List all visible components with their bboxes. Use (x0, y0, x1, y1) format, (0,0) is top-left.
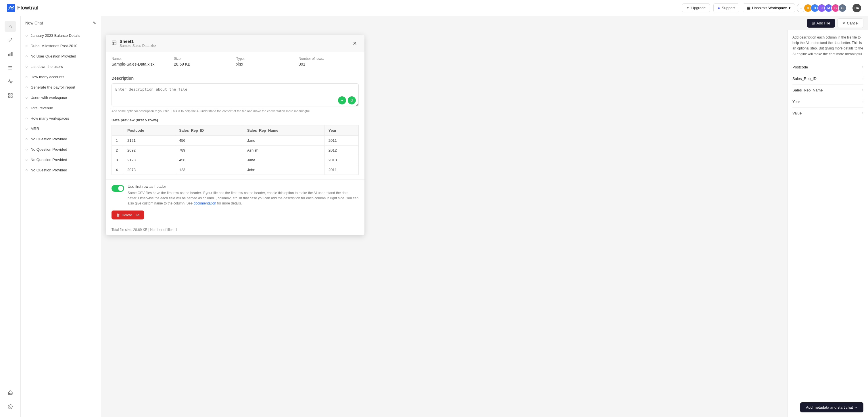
textarea-wrapper: G (112, 83, 359, 107)
support-label: Support (722, 6, 735, 10)
support-button[interactable]: ● Support (713, 3, 739, 12)
footer-text: Total file size: 28.69 KB | Number of fi… (112, 228, 177, 232)
upgrade-button[interactable]: ✦ Upgrade (682, 3, 710, 12)
logo-icon (7, 4, 15, 12)
sidebar-icon-home[interactable]: ⌂ (5, 21, 16, 32)
sidebar-icon-rocket[interactable] (5, 34, 16, 46)
row-number: 3 (112, 155, 123, 165)
file-footer: Total file size: 28.69 KB | Number of fi… (106, 224, 365, 235)
start-chat-button[interactable]: Add metadata and start chat → (800, 402, 863, 412)
chat-list-item[interactable]: ○How many workspaces (21, 113, 101, 123)
chat-item-label: How many accounts (30, 75, 64, 79)
chat-item-label: No User Question Provided (30, 54, 76, 58)
chat-list-item[interactable]: ○No Question Provided (21, 154, 101, 165)
file-type-value: xlsx (236, 62, 296, 66)
column-item[interactable]: Sales_Rep_ID› (793, 73, 863, 85)
description-textarea[interactable] (112, 83, 359, 107)
sheet-icon (112, 40, 117, 47)
sidebar-icon-settings[interactable] (5, 401, 16, 412)
cancel-button[interactable]: ✕ Cancel (837, 19, 863, 28)
sidebar-icon-chart[interactable] (5, 76, 16, 87)
chat-item-label: No Question Provided (30, 158, 67, 162)
delete-file-button[interactable]: 🗑 Delete File (112, 210, 144, 219)
ai-assist-button[interactable] (338, 96, 346, 105)
table-cell: Ashish (243, 146, 324, 155)
column-item[interactable]: Year› (793, 96, 863, 108)
chat-bubble-icon: ○ (25, 64, 28, 69)
chat-bubble-icon: ○ (25, 106, 28, 110)
column-item[interactable]: Postcode› (793, 62, 863, 73)
chat-list-item[interactable]: ○MRR (21, 123, 101, 134)
logo-text: Flowtrail (17, 5, 38, 11)
file-name-group: Name: Sample-Sales-Data.xlsx (112, 57, 172, 66)
chat-list-item[interactable]: ○How many accounts (21, 71, 101, 82)
column-item[interactable]: Value› (793, 108, 863, 119)
column-name: Value (793, 111, 802, 115)
chat-bubble-icon: ○ (25, 43, 28, 48)
col-header-num (112, 125, 123, 136)
chat-list-item[interactable]: ○Total revenue (21, 103, 101, 113)
table-cell: 456 (175, 155, 243, 165)
toggle-switch[interactable] (112, 185, 124, 192)
description-label: Description (112, 76, 359, 81)
chevron-right-icon: › (862, 65, 863, 69)
chat-bubble-icon: ○ (25, 157, 28, 162)
row-number: 2 (112, 146, 123, 155)
workspace-button[interactable]: ▦ Hashim's Workspace ▾ (743, 3, 795, 12)
table-header-row: Postcode Sales_Rep_ID Sales_Rep_Name Yea… (112, 125, 359, 136)
sidebar-icon-analytics[interactable] (5, 48, 16, 60)
file-rows-label: Number of rows: (299, 57, 359, 61)
chat-list-item[interactable]: ○No User Question Provided (21, 51, 101, 61)
chat-list-item[interactable]: ○January 2023 Balance Details (21, 30, 101, 40)
chat-list-item[interactable]: ○No Question Provided (21, 144, 101, 154)
table-cell: 123 (175, 165, 243, 175)
workspace-icon: ▦ (747, 6, 750, 10)
file-rows-value: 391 (299, 62, 359, 66)
sidebar-icon-grid[interactable] (5, 90, 16, 101)
chat-bubble-icon: ○ (25, 147, 28, 152)
svg-point-18 (341, 100, 343, 101)
chat-item-label: Generate the payroll report (30, 85, 75, 89)
svg-point-12 (9, 393, 10, 393)
sheet-title-text: Sheet1 Sample-Sales-Data.xlsx (120, 39, 156, 48)
right-panel-description: Add description each column in the file … (793, 35, 863, 57)
data-preview-section: Data preview (first 5 rows) Postcode Sal… (106, 118, 365, 179)
chat-list-item[interactable]: ○Users with workspace (21, 92, 101, 103)
modal-area: Sheet1 Sample-Sales-Data.xlsx ✕ Name: Sa… (101, 30, 868, 417)
table-body: 12121456Jane201122092789Ashish2012321284… (112, 136, 359, 175)
cancel-icon: ✕ (842, 21, 845, 25)
chat-item-label: Total revenue (30, 106, 53, 110)
new-chat-button[interactable]: New Chat ✎ (21, 16, 101, 30)
right-panel: Add description each column in the file … (787, 30, 868, 417)
chat-list-item[interactable]: ○Dubai Milestones Post-2010 (21, 40, 101, 51)
sidebar-icon-list[interactable] (5, 62, 16, 73)
col-header-postcode: Postcode (123, 125, 175, 136)
chat-list-item[interactable]: ○List down the users (21, 61, 101, 71)
chevron-right-icon: › (862, 111, 863, 115)
svg-rect-11 (8, 392, 12, 394)
edit-icon: ✎ (93, 21, 96, 25)
chat-list-item[interactable]: ○Generate the payroll report (21, 82, 101, 92)
table-cell: Jane (243, 155, 324, 165)
chat-bubble-icon: ○ (25, 116, 28, 120)
chat-item-label: List down the users (30, 64, 63, 69)
table-cell: John (243, 165, 324, 175)
chat-list-item[interactable]: ○No Question Provided (21, 165, 101, 175)
data-preview-title: Data preview (first 5 rows) (112, 118, 359, 122)
add-file-button[interactable]: ⊞ Add File (807, 19, 835, 28)
grammar-button[interactable]: G (348, 96, 356, 105)
chat-item-label: No Question Provided (30, 137, 67, 141)
table-cell: 2128 (123, 155, 175, 165)
trash-icon: 🗑 (116, 213, 120, 217)
upgrade-icon: ✦ (686, 6, 689, 10)
data-table: Postcode Sales_Rep_ID Sales_Rep_Name Yea… (112, 125, 359, 175)
toggle-description: Some CSV files have the first row as the… (128, 190, 359, 206)
chat-list-item[interactable]: ○No Question Provided (21, 134, 101, 144)
app-body: ⌂ New Chat ✎ ○January 2023 Balance Detai (0, 16, 868, 417)
chat-item-label: Dubai Milestones Post-2010 (30, 44, 77, 48)
documentation-link[interactable]: documentation (193, 201, 216, 205)
sidebar-icon-bot[interactable] (5, 387, 16, 398)
column-item[interactable]: Sales_Rep_Name› (793, 85, 863, 96)
chevron-right-icon: › (862, 99, 863, 103)
close-button[interactable]: ✕ (351, 39, 359, 48)
